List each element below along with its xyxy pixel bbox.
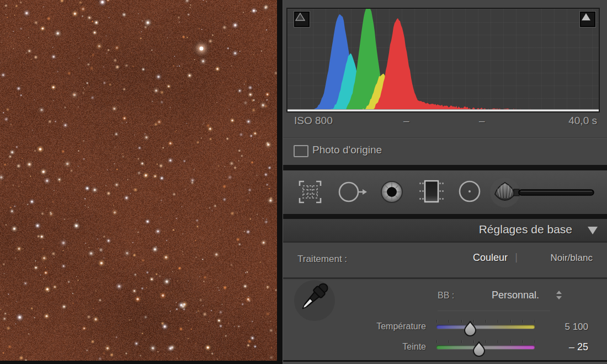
red-eye-icon: [378, 178, 406, 206]
basic-panel-header[interactable]: Réglages de base: [283, 219, 607, 241]
graduated-filter-tool-button[interactable]: [418, 178, 445, 207]
temperature-ticks: [436, 320, 535, 323]
section-gap: [283, 165, 607, 170]
tool-strip: [283, 170, 607, 214]
aperture-placeholder: –: [479, 115, 485, 127]
original-photo-row: Photo d'origine: [283, 139, 607, 165]
red-eye-tool-button[interactable]: [378, 178, 406, 208]
exif-row: ISO 800 – – 40,0 s: [283, 115, 607, 136]
spot-removal-icon: [337, 178, 368, 206]
treatment-options-separator: |: [515, 251, 518, 263]
highlight-clipping-button[interactable]: [580, 12, 595, 27]
crop-tool-button[interactable]: [297, 179, 323, 207]
histogram[interactable]: [286, 8, 600, 113]
section-gap: [283, 214, 607, 219]
eyedropper-icon: [294, 280, 335, 321]
divider: [283, 137, 607, 138]
divider: [438, 311, 550, 311]
shutter-speed-value: 40,0 s: [568, 115, 597, 127]
dropdown-arrows-icon[interactable]: [556, 290, 562, 300]
photo-canvas-starfield[interactable]: [0, 0, 277, 361]
treatment-label: Traitement :: [297, 254, 347, 265]
tint-value[interactable]: – 25: [569, 341, 588, 353]
adjustment-brush-tool-button[interactable]: [488, 176, 597, 210]
histogram-curves: [287, 9, 599, 111]
wb-eyedropper-button[interactable]: [294, 280, 335, 321]
treatment-color-option[interactable]: Couleur: [473, 252, 508, 264]
basic-panel-title: Réglages de base: [479, 223, 572, 236]
temperature-slider-thumb[interactable]: [463, 321, 477, 336]
original-photo-checkbox[interactable]: [294, 145, 308, 157]
iso-value: ISO 800: [294, 115, 333, 127]
treatment-row: Traitement : Couleur | Noir/blanc: [283, 243, 607, 277]
lightroom-develop-view: ISO 800 – – 40,0 s Photo d'origine: [0, 0, 607, 364]
radial-filter-tool-button[interactable]: [457, 179, 482, 206]
highlight-clipping-triangle-icon: [581, 13, 591, 21]
wb-label: BB :: [438, 291, 454, 301]
treatment-bw-option[interactable]: Noir/blanc: [550, 253, 593, 264]
temperature-slider-track[interactable]: [436, 325, 535, 329]
adjustment-brush-icon: [488, 176, 597, 208]
temperature-label: Température: [376, 322, 426, 331]
graduated-filter-icon: [418, 178, 445, 205]
radial-filter-icon: [457, 179, 482, 204]
crop-icon: [297, 179, 323, 205]
focal-length-placeholder: –: [403, 115, 409, 127]
temperature-value[interactable]: 5 100: [565, 322, 588, 333]
tint-slider-track[interactable]: [436, 345, 535, 349]
shadow-clipping-button[interactable]: [294, 12, 310, 27]
original-photo-label[interactable]: Photo d'origine: [312, 144, 382, 156]
wb-preset-dropdown[interactable]: Personnal.: [492, 290, 539, 301]
tint-slider-thumb[interactable]: [472, 341, 486, 357]
right-panel: ISO 800 – – 40,0 s Photo d'origine: [283, 0, 607, 364]
next-section-edge: [283, 362, 607, 364]
shadow-clipping-triangle-icon: [295, 13, 305, 21]
tint-label: Teinte: [402, 342, 426, 352]
white-balance-section: BB : Personnal. Température 5 100 Teinte: [283, 279, 607, 360]
collapse-triangle-icon[interactable]: [587, 226, 598, 235]
spot-removal-tool-button[interactable]: [337, 178, 368, 208]
